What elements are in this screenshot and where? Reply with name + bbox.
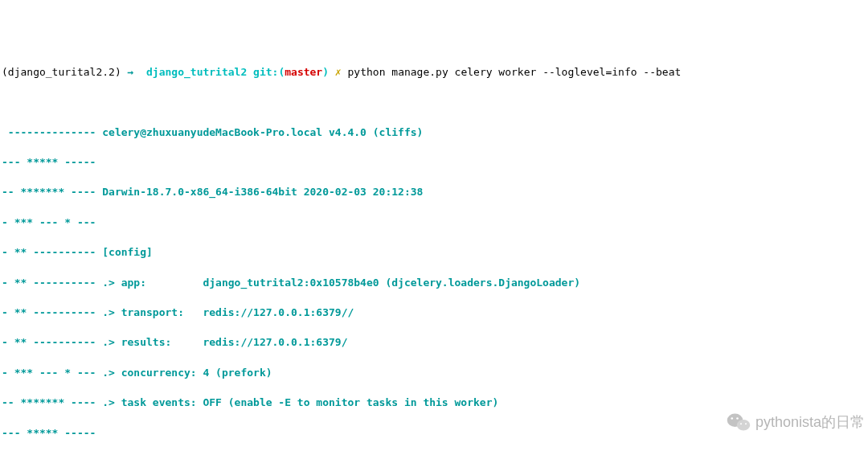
banner-line: - ** ---------- .> transport: redis://12… bbox=[2, 305, 868, 321]
banner-line: -- ******* ---- .> task events: OFF (ena… bbox=[2, 396, 868, 411]
svg-point-5 bbox=[745, 423, 747, 424]
banner-line: -------------- celery@zhuxuanyudeMacBook… bbox=[2, 125, 868, 141]
command-text[interactable]: python manage.py celery worker --logleve… bbox=[348, 66, 682, 78]
banner-line: - ** ---------- [config] bbox=[2, 245, 868, 260]
banner-line: -- ******* ---- Darwin-18.7.0-x86_64-i38… bbox=[2, 185, 868, 200]
git-suffix: ) bbox=[322, 66, 329, 78]
banner-line: --- ***** ----- bbox=[2, 426, 868, 441]
git-branch: master bbox=[285, 66, 322, 78]
dirty-flag: ✗ bbox=[335, 66, 342, 78]
cwd-folder: django_tutrital2 bbox=[146, 66, 247, 78]
blank-line bbox=[2, 95, 868, 110]
svg-point-4 bbox=[740, 423, 742, 424]
banner-line: - ** ---------- .> app: django_tutrital2… bbox=[2, 276, 868, 291]
prompt-line: (django_turital2.2) → django_tutrital2 g… bbox=[2, 65, 868, 80]
banner-line: - *** --- * --- .> concurrency: 4 (prefo… bbox=[2, 366, 868, 381]
venv-name: (django_turital2.2) bbox=[2, 66, 121, 78]
banner-line: - ** ---------- .> results: redis://127.… bbox=[2, 335, 868, 350]
banner-line: --- ***** ----- bbox=[2, 155, 868, 170]
git-prefix: git:( bbox=[253, 66, 285, 78]
svg-point-0 bbox=[727, 414, 743, 428]
prompt-arrow: → bbox=[128, 66, 134, 78]
banner-line: - *** --- * --- bbox=[2, 215, 868, 231]
svg-point-3 bbox=[736, 417, 739, 420]
svg-point-2 bbox=[731, 417, 733, 420]
